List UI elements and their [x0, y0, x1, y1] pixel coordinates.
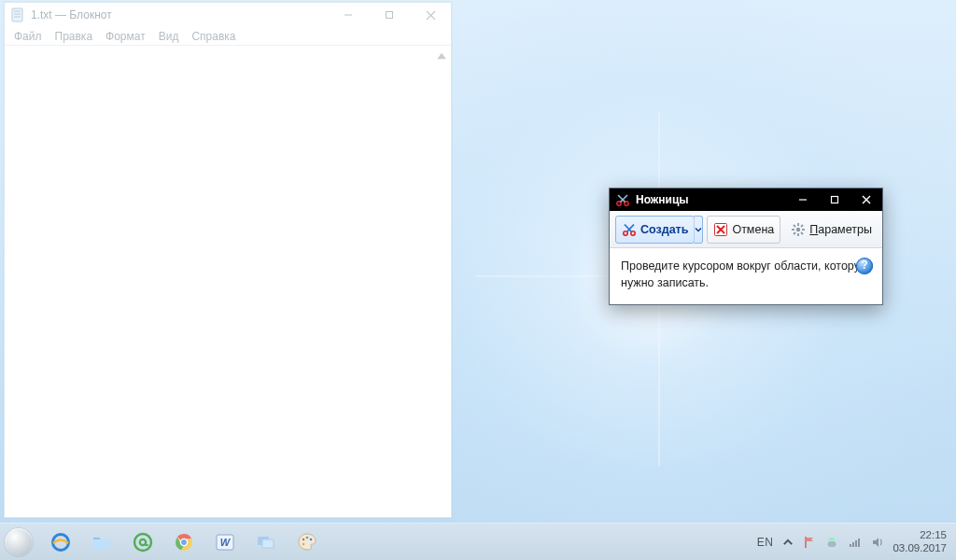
svg-point-44: [310, 538, 313, 540]
tray-power-icon[interactable]: [825, 535, 840, 550]
windows-stack-icon: [255, 531, 277, 553]
taskbar-item-taskview[interactable]: [250, 528, 282, 556]
notepad-app-icon: [10, 7, 25, 22]
menu-help[interactable]: Справка: [191, 30, 235, 43]
cancel-button[interactable]: Отмена: [707, 216, 780, 244]
maximize-button[interactable]: [819, 189, 851, 211]
taskbar-item-word[interactable]: W: [209, 528, 241, 556]
svg-rect-0: [12, 8, 22, 21]
svg-point-23: [796, 227, 800, 231]
svg-rect-46: [829, 538, 835, 540]
menu-format[interactable]: Формат: [105, 30, 146, 43]
snipping-tool-title: Ножницы: [636, 193, 787, 206]
snipping-tool-toolbar: Создать Отмена Параметры: [610, 211, 882, 248]
minimize-button[interactable]: [328, 3, 369, 27]
notepad-menubar: Файл Правка Формат Вид Справка: [5, 27, 451, 46]
taskbar-pinned-apps: W: [37, 528, 323, 556]
svg-point-45: [302, 542, 305, 545]
svg-point-42: [302, 538, 305, 540]
notepad-window-buttons: [328, 3, 451, 27]
tray-flag-icon[interactable]: [803, 535, 818, 550]
notepad-text-area[interactable]: [6, 47, 450, 516]
new-snip-mode-dropdown[interactable]: [694, 216, 703, 244]
svg-line-28: [794, 225, 795, 227]
svg-rect-47: [850, 544, 851, 547]
svg-line-29: [801, 232, 803, 234]
tray-network-icon[interactable]: [848, 535, 863, 550]
scissors-icon: [622, 222, 637, 237]
windows-orb-icon: [5, 528, 33, 556]
clock-time: 22:15: [893, 529, 947, 541]
menu-edit[interactable]: Правка: [55, 30, 93, 43]
palette-icon: [296, 531, 318, 553]
scissors-icon: [615, 192, 630, 207]
notepad-window: 1.txt — Блокнот Файл Правка Формат Вид С…: [4, 2, 452, 518]
folder-icon: [91, 531, 113, 553]
snipping-tool-window: Ножницы Создать Отмена Параметры: [609, 188, 883, 305]
taskbar-item-chrome[interactable]: [168, 528, 200, 556]
internet-explorer-icon: [49, 531, 72, 553]
word-icon: W: [214, 531, 236, 553]
menu-file[interactable]: Файл: [14, 30, 42, 43]
svg-rect-49: [855, 540, 857, 547]
svg-rect-50: [858, 539, 860, 547]
svg-point-33: [134, 534, 151, 551]
notepad-titlebar[interactable]: 1.txt — Блокнот: [5, 3, 451, 27]
help-icon[interactable]: ?: [856, 258, 873, 274]
svg-line-30: [801, 225, 803, 227]
taskbar-item-ie[interactable]: [45, 528, 77, 556]
desktop: 1.txt — Блокнот Файл Правка Формат Вид С…: [0, 0, 956, 560]
cancel-label: Отмена: [732, 223, 774, 236]
svg-rect-48: [852, 542, 854, 547]
chrome-icon: [173, 531, 195, 553]
svg-text:W: W: [220, 537, 232, 548]
system-tray: EN 22:15 03.09.2017: [757, 529, 956, 553]
svg-rect-41: [262, 539, 274, 548]
svg-rect-5: [387, 12, 393, 19]
gear-icon: [791, 222, 806, 237]
maximize-button[interactable]: [369, 3, 410, 27]
svg-line-31: [794, 232, 795, 234]
menu-view[interactable]: Вид: [159, 30, 179, 43]
taskbar-clock[interactable]: 22:15 03.09.2017: [893, 529, 947, 553]
notepad-title: 1.txt — Блокнот: [31, 8, 328, 21]
tray-volume-icon[interactable]: [870, 535, 885, 550]
clock-date: 03.09.2017: [893, 542, 947, 554]
language-indicator[interactable]: EN: [757, 536, 774, 549]
tray-chevron-up-icon[interactable]: [780, 535, 795, 550]
at-sign-icon: [132, 531, 154, 553]
svg-rect-13: [832, 197, 838, 203]
taskbar-item-explorer[interactable]: [86, 528, 118, 556]
cancel-x-icon: [713, 222, 728, 237]
chevron-down-icon: [695, 226, 702, 233]
start-button[interactable]: [0, 524, 37, 561]
new-snip-label: Создать: [640, 223, 688, 236]
new-snip-button[interactable]: Создать: [615, 216, 695, 244]
svg-point-43: [306, 536, 309, 539]
snipping-tool-window-buttons: [787, 189, 882, 211]
minimize-button[interactable]: [787, 189, 819, 211]
snipping-tool-titlebar[interactable]: Ножницы: [610, 189, 882, 211]
taskbar-item-mail[interactable]: [127, 528, 159, 556]
options-button[interactable]: Параметры: [784, 216, 879, 244]
close-button[interactable]: [410, 3, 451, 27]
instruction-text: Проведите курсором вокруг области, котор…: [621, 259, 868, 289]
taskbar: W EN 22:15 03.09.2017: [0, 523, 956, 560]
close-button[interactable]: [851, 189, 882, 211]
options-label: Параметры: [809, 223, 872, 236]
scrollbar-up-icon[interactable]: [434, 49, 449, 63]
taskbar-item-paint[interactable]: [291, 528, 323, 556]
snipping-tool-instruction-area: Проведите курсором вокруг области, котор…: [610, 248, 882, 304]
